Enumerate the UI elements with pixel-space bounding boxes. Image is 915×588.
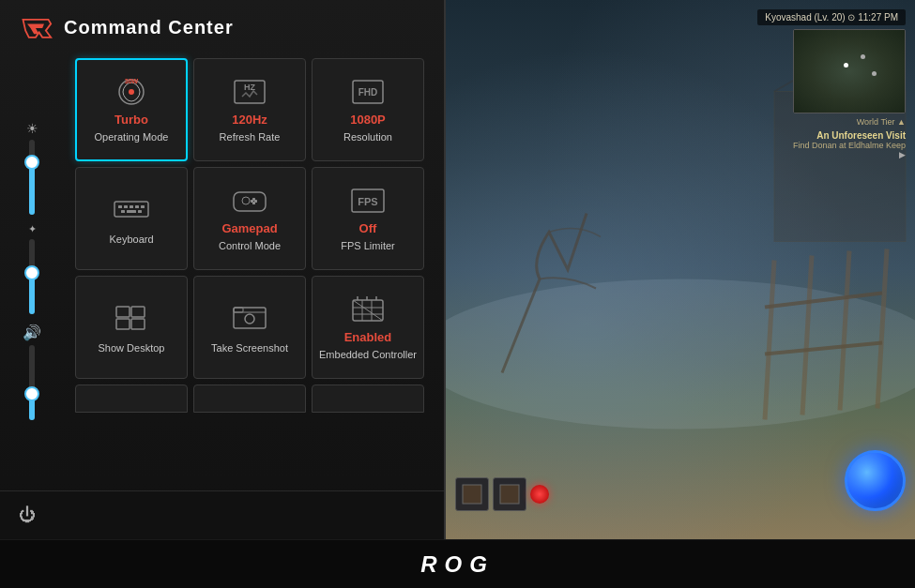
brightness-thumb[interactable] [24, 155, 39, 170]
game-panel: Kyovashad (Lv. 20) ⊙ 11:27 PM World Tier… [446, 0, 915, 539]
ec-value: Enabled [344, 330, 392, 344]
secondary-thumb[interactable] [24, 265, 39, 280]
svg-rect-8 [118, 205, 122, 208]
skill-slot-1 [455, 477, 489, 511]
app-title: Command Center [64, 17, 234, 38]
svg-rect-9 [124, 205, 128, 208]
partial-cell-2[interactable] [193, 384, 306, 413]
svg-rect-12 [141, 205, 145, 208]
gamepad-icon [229, 184, 270, 218]
fps-cell[interactable]: FPS Off FPS Limiter [312, 167, 424, 270]
turbo-cell[interactable]: 30W Turbo Operating Mode [75, 58, 188, 161]
grid-row-3: Show Desktop [75, 276, 433, 379]
svg-point-17 [242, 197, 250, 204]
show-desktop-cell[interactable]: Show Desktop [75, 276, 188, 379]
minimap-content [794, 30, 905, 113]
minimap [793, 29, 906, 113]
svg-rect-51 [463, 485, 481, 504]
gamepad-label: Control Mode [219, 239, 281, 252]
ec-label: Embedded Controller [319, 348, 417, 361]
svg-rect-20 [251, 200, 253, 203]
gamepad-value: Gamepad [221, 221, 277, 235]
grid-row-4-partial [75, 384, 433, 413]
resolution-cell[interactable]: FHD 1080P Resolution [312, 58, 424, 161]
secondary-slider-group: ✦ [28, 223, 37, 314]
screen: Command Center ☀ ✦ [0, 0, 915, 588]
resolution-icon: FHD [347, 75, 389, 109]
svg-rect-21 [254, 200, 257, 203]
turbo-icon: 30W [111, 75, 152, 109]
svg-point-30 [245, 314, 254, 324]
volume-thumb[interactable] [24, 386, 39, 401]
rog-bottom-logo: ROG [0, 551, 915, 578]
volume-track[interactable] [29, 345, 35, 420]
grid-row-1: 30W Turbo Operating Mode HZ [75, 58, 433, 161]
game-hud-top: Kyovashad (Lv. 20) ⊙ 11:27 PM World Tier… [757, 9, 906, 159]
svg-rect-7 [114, 202, 148, 217]
quest-info: An Unforeseen Visit Find Donan at Eldhal… [793, 130, 906, 159]
grid-row-2: Keyboard [75, 167, 433, 270]
svg-rect-27 [131, 319, 145, 329]
quest-title: An Unforeseen Visit [793, 130, 906, 141]
bottom-bar: ⏻ [0, 490, 444, 539]
svg-rect-26 [116, 319, 130, 329]
partial-cell-1[interactable] [75, 384, 188, 413]
svg-rect-15 [138, 210, 142, 213]
header: Command Center [0, 0, 444, 51]
refresh-rate-icon: HZ [229, 75, 270, 109]
health-orb [530, 485, 549, 504]
screenshot-cell[interactable]: Take Screenshot [193, 276, 306, 379]
volume-icon: 🔊 [23, 324, 41, 341]
svg-rect-14 [127, 210, 136, 213]
svg-rect-25 [131, 307, 145, 317]
secondary-track[interactable] [29, 239, 35, 314]
ec-cell[interactable]: Enabled Embedded Controller [312, 276, 424, 379]
volume-slider-group: 🔊 [23, 324, 41, 420]
turbo-label: Operating Mode [95, 130, 169, 143]
fps-icon: FPS [347, 184, 389, 218]
svg-rect-11 [135, 205, 139, 208]
show-desktop-icon [111, 300, 152, 334]
screenshot-icon [229, 300, 270, 334]
command-center-panel: Command Center ☀ ✦ [0, 0, 446, 539]
rog-logo-icon [19, 15, 53, 39]
main-layout: Command Center ☀ ✦ [0, 0, 915, 539]
desktop-label: Show Desktop [99, 341, 165, 354]
game-hud-bottom [455, 450, 906, 511]
secondary-slider-icon: ✦ [28, 223, 37, 235]
quest-subtitle: Find Donan at Eldhalme Keep [793, 141, 906, 150]
partial-cell-3[interactable] [312, 384, 424, 413]
svg-rect-13 [121, 210, 125, 213]
fps-value: Off [359, 221, 377, 235]
refresh-value: 120Hz [232, 113, 267, 127]
skill-bar [455, 477, 549, 511]
svg-line-40 [353, 300, 383, 321]
brightness-fill [29, 162, 35, 215]
mana-orb [845, 450, 906, 511]
keyboard-label: Keyboard [109, 233, 153, 246]
svg-text:FPS: FPS [358, 196, 377, 207]
minimap-player-dot [844, 63, 848, 68]
refresh-rate-cell[interactable]: HZ 120Hz Refresh Rate [193, 58, 306, 161]
player-info-text: Kyovashad (Lv. 20) ⊙ 11:27 PM [765, 12, 898, 23]
svg-rect-10 [130, 205, 133, 208]
svg-point-1 [129, 89, 134, 95]
resolution-label: Resolution [343, 130, 392, 143]
power-button[interactable]: ⏻ [19, 505, 36, 525]
turbo-value: Turbo [114, 113, 148, 127]
refresh-label: Refresh Rate [220, 130, 281, 143]
world-tier-label: World Tier ▲ [857, 117, 906, 127]
svg-text:FHD: FHD [358, 87, 378, 98]
minimap-dot-1 [861, 54, 865, 59]
resolution-value: 1080P [350, 113, 386, 127]
keyboard-icon [111, 191, 152, 225]
gamepad-cell[interactable]: Gamepad Control Mode [193, 167, 306, 270]
grid-area: 30W Turbo Operating Mode HZ [64, 51, 444, 490]
brightness-track[interactable] [29, 140, 35, 215]
keyboard-cell[interactable]: Keyboard [75, 167, 188, 270]
logo-bar: ROG [0, 539, 915, 588]
svg-rect-28 [234, 308, 266, 328]
svg-rect-52 [500, 485, 519, 504]
brightness-slider-group: ☀ [26, 121, 38, 215]
svg-text:HZ: HZ [244, 83, 255, 92]
